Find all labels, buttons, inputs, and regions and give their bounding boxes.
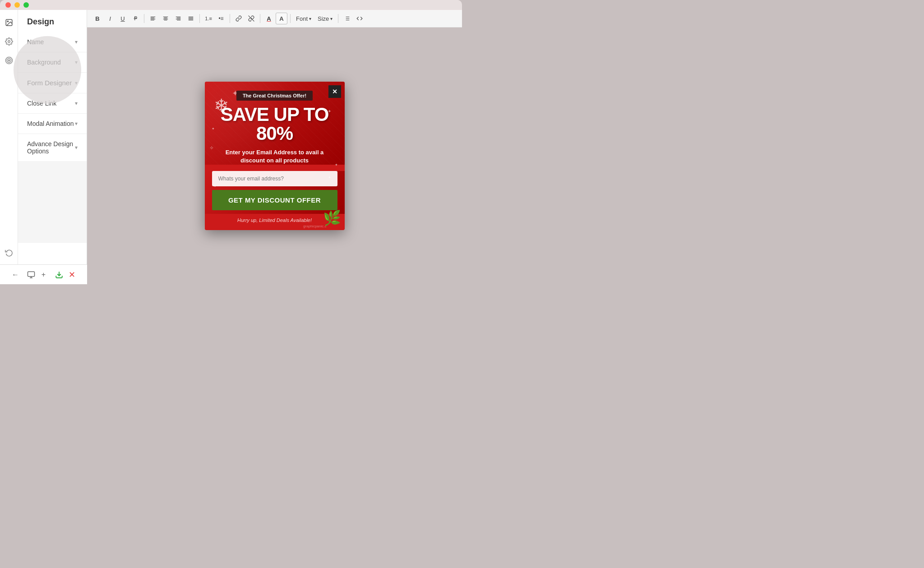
chevron-down-icon: ▾: [75, 80, 78, 86]
underline-button[interactable]: U: [117, 13, 129, 24]
chevron-down-icon: ▾: [75, 59, 78, 65]
cta-button[interactable]: GET MY DISCOUNT OFFER: [212, 190, 337, 210]
toolbar-sep-1: [144, 14, 144, 23]
accordion-form-designer: Form Designer ▾: [18, 73, 87, 93]
source-button[interactable]: [354, 13, 365, 24]
toolbar-sep-4: [260, 14, 260, 23]
bottom-toolbar-right: ✕: [53, 268, 78, 281]
sidebar: Design Name ▾ Background: [0, 10, 87, 284]
chevron-down-icon: ▾: [75, 39, 78, 45]
sidebar-title: Design: [18, 10, 87, 32]
ordered-list-button[interactable]: 1.≡: [203, 13, 214, 24]
font-color-button[interactable]: A: [263, 13, 275, 24]
accordion-form-designer-label: Form Designer: [27, 79, 72, 87]
svg-point-2: [8, 41, 10, 43]
font-dropdown[interactable]: Font ▾: [293, 14, 314, 23]
download-button[interactable]: [53, 268, 65, 281]
toolbar-sep-6: [338, 14, 338, 23]
popup-modal: ✕ ❄ ✦ ✦ ✦ ✧ ✦ ✦ The Great Christmas Offe…: [205, 82, 345, 230]
align-left-button[interactable]: [147, 13, 159, 24]
sidebar-accordion: Design Name ▾ Background: [18, 10, 87, 284]
star-icon-7: ✦: [214, 185, 216, 188]
canvas-area: ✕ ❄ ✦ ✦ ✦ ✧ ✦ ✦ The Great Christmas Offe…: [87, 28, 462, 284]
bottom-toolbar-left: ←: [9, 268, 22, 281]
bg-color-button[interactable]: A: [276, 13, 287, 24]
align-right-button[interactable]: [172, 13, 184, 24]
italic-button[interactable]: I: [104, 13, 116, 24]
email-input[interactable]: [212, 171, 337, 186]
popup-subtext: Enter your Email Address to avail a disc…: [214, 148, 336, 165]
svg-point-4: [7, 59, 11, 63]
align-justify-button[interactable]: [185, 13, 197, 24]
toolbar-sep-2: [199, 14, 200, 23]
history-icon[interactable]: [4, 247, 14, 258]
main-area: Design Name ▾ Background: [0, 10, 462, 284]
maximize-button[interactable]: [23, 2, 29, 8]
accordion-close-link-label: Close Link: [27, 100, 56, 107]
accordion-advance-design: Advance Design Options ▾: [18, 134, 87, 243]
delete-button[interactable]: ✕: [65, 268, 78, 281]
settings-icon[interactable]: [4, 36, 14, 47]
accordion-name: Name ▾: [18, 32, 87, 52]
align-center-button[interactable]: [160, 13, 171, 24]
back-button[interactable]: ←: [9, 268, 22, 281]
strikethrough-button[interactable]: Ᵽ: [129, 13, 141, 24]
popup-close-button[interactable]: ✕: [328, 85, 341, 98]
target-icon[interactable]: [4, 55, 14, 66]
accordion-name-header[interactable]: Name ▾: [18, 32, 87, 52]
accordion-background-header[interactable]: Background ▾: [18, 52, 87, 72]
accordion-background-label: Background: [27, 59, 61, 66]
svg-point-1: [7, 21, 8, 22]
accordion-name-label: Name: [27, 38, 44, 46]
close-button[interactable]: [5, 2, 11, 8]
popup-headline: SAVE UP TO 80%: [214, 105, 336, 143]
toolbar-sep-5: [290, 14, 291, 23]
svg-rect-8: [28, 272, 34, 277]
accordion-modal-animation: Modal Animation ▾: [18, 114, 87, 134]
popup-footer-text: Hurry up, Limited Deals Available!: [212, 217, 337, 223]
chevron-down-icon: ▾: [75, 120, 78, 127]
accordion-advance-design-label: Advance Design Options: [27, 140, 75, 155]
titlebar: [0, 0, 462, 10]
bold-button[interactable]: B: [92, 13, 103, 24]
popup-footer: Hurry up, Limited Deals Available! 🌿 gra…: [205, 214, 345, 230]
chevron-down-icon: ▾: [75, 144, 78, 151]
chevron-down-icon: ▾: [75, 100, 78, 106]
image-icon[interactable]: [4, 17, 14, 28]
accordion-advance-design-header[interactable]: Advance Design Options ▾: [18, 134, 87, 161]
accordion-close-link: Close Link ▾: [18, 93, 87, 114]
unlink-button[interactable]: [245, 13, 257, 24]
accordion-advance-design-content: [18, 161, 87, 242]
popup-watermark: graphicpanic.c: [303, 224, 327, 228]
monitor-button[interactable]: [25, 268, 37, 281]
accordion-form-designer-header[interactable]: Form Designer ▾: [18, 73, 87, 93]
link-button[interactable]: [233, 13, 245, 24]
accordion-modal-animation-label: Modal Animation: [27, 120, 74, 127]
editor-toolbar: B I U Ᵽ: [87, 10, 462, 28]
accordion-modal-animation-header[interactable]: Modal Animation ▾: [18, 114, 87, 134]
content-area: B I U Ᵽ: [87, 10, 462, 284]
toolbar-sep-3: [230, 14, 230, 23]
size-dropdown[interactable]: Size ▾: [315, 14, 335, 23]
minimize-button[interactable]: [14, 2, 20, 8]
accordion-close-link-header[interactable]: Close Link ▾: [18, 93, 87, 113]
bottom-toolbar: ← + ✕: [0, 264, 87, 284]
star-icon-6: ✦: [328, 175, 331, 180]
popup-badge: The Great Christmas Offer!: [236, 91, 313, 101]
unordered-list-button[interactable]: •≡: [215, 13, 227, 24]
star-icon-3: ✧: [209, 145, 214, 151]
sidebar-icon-strip: [0, 10, 18, 284]
app-window: Design Name ▾ Background: [0, 0, 462, 284]
popup-content-area: ❄ ✦ ✦ ✦ ✧ ✦ ✦ The Great Christmas Offer!…: [205, 82, 345, 165]
list-view-button[interactable]: [341, 13, 353, 24]
svg-point-5: [8, 60, 9, 61]
accordion-background: Background ▾: [18, 52, 87, 73]
bottom-toolbar-center: +: [25, 268, 50, 281]
add-button[interactable]: +: [37, 268, 50, 281]
